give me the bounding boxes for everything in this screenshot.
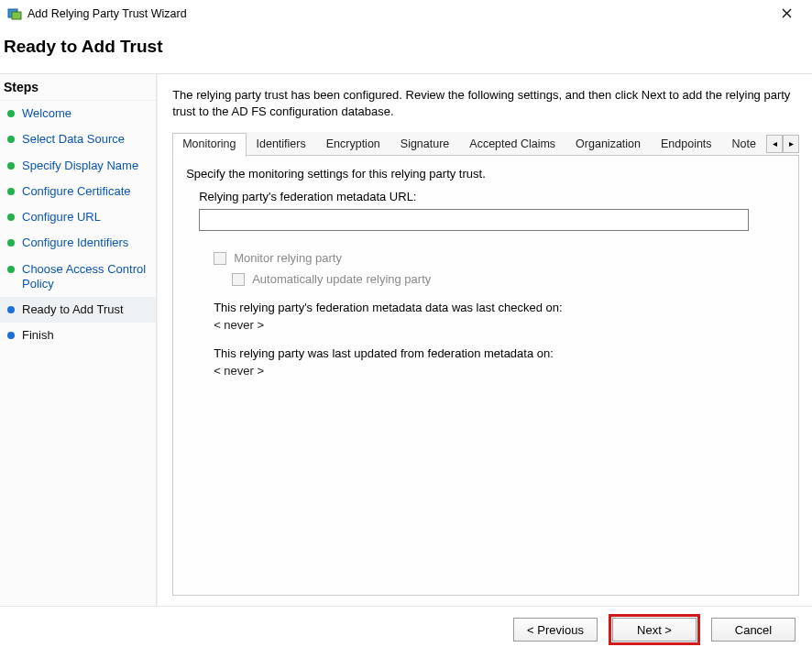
step-label: Configure URL	[22, 210, 101, 225]
metadata-url-input[interactable]	[199, 209, 749, 231]
auto-update-checkbox-row: Automatically update relying party	[232, 272, 785, 286]
steps-sidebar: Steps Welcome Select Data Source Specify…	[0, 74, 157, 606]
step-specify-display-name[interactable]: Specify Display Name	[0, 153, 156, 179]
monitor-checkbox-row: Monitor relying party	[214, 251, 785, 265]
tab-notes[interactable]: Note	[722, 133, 766, 157]
last-updated-label: This relying party was last updated from…	[214, 346, 785, 360]
step-choose-access-control-policy[interactable]: Choose Access Control Policy	[0, 257, 156, 298]
bullet-icon	[7, 266, 15, 273]
tab-scroll-right-button[interactable]: ▸	[783, 135, 799, 153]
tab-monitoring[interactable]: Monitoring	[172, 133, 246, 157]
tab-organization[interactable]: Organization	[565, 133, 651, 157]
wizard-buttons: < Previous Next > Cancel	[0, 606, 812, 653]
tab-endpoints[interactable]: Endpoints	[651, 133, 722, 157]
step-welcome[interactable]: Welcome	[0, 101, 156, 126]
step-label: Welcome	[22, 106, 71, 121]
main-panel: The relying party trust has been configu…	[157, 74, 812, 606]
step-label: Ready to Add Trust	[22, 302, 124, 317]
step-label: Finish	[22, 328, 54, 343]
titlebar: Add Relying Party Trust Wizard	[0, 0, 812, 27]
monitor-checkbox-label: Monitor relying party	[234, 251, 342, 265]
bullet-icon	[7, 214, 15, 221]
step-select-data-source[interactable]: Select Data Source	[0, 126, 156, 152]
step-configure-url[interactable]: Configure URL	[0, 204, 156, 230]
app-icon	[7, 6, 22, 21]
tab-accepted-claims[interactable]: Accepted Claims	[459, 133, 565, 157]
step-configure-certificate[interactable]: Configure Certificate	[0, 179, 156, 204]
tab-identifiers[interactable]: Identifiers	[247, 133, 316, 157]
tab-encryption[interactable]: Encryption	[316, 133, 390, 157]
last-checked-label: This relying party's federation metadata…	[214, 301, 785, 314]
window-title: Add Relying Party Trust Wizard	[27, 7, 768, 20]
last-checked-value: < never >	[214, 318, 785, 332]
monitoring-hint: Specify the monitoring settings for this…	[186, 167, 785, 181]
tab-scroll-left-button[interactable]: ◂	[766, 135, 783, 153]
bullet-icon	[7, 136, 15, 143]
bullet-icon	[7, 162, 15, 170]
bullet-icon	[7, 332, 15, 339]
tab-scroll-nav: ◂ ▸	[766, 132, 799, 155]
tab-signature[interactable]: Signature	[390, 133, 460, 157]
step-ready-to-add-trust[interactable]: Ready to Add Trust	[0, 297, 156, 323]
bullet-icon	[7, 110, 15, 117]
step-label: Configure Identifiers	[22, 236, 128, 250]
close-button[interactable]	[768, 1, 805, 27]
previous-button[interactable]: < Previous	[513, 618, 598, 642]
bullet-icon	[7, 239, 15, 247]
next-button[interactable]: Next >	[612, 618, 697, 642]
step-finish[interactable]: Finish	[0, 323, 156, 348]
auto-update-checkbox[interactable]	[232, 273, 245, 286]
bullet-icon	[7, 188, 15, 195]
monitor-checkbox[interactable]	[214, 252, 226, 265]
bullet-icon	[7, 306, 15, 313]
step-label: Choose Access Control Policy	[22, 262, 150, 292]
auto-update-checkbox-label: Automatically update relying party	[252, 272, 431, 286]
step-label: Specify Display Name	[22, 159, 138, 173]
steps-header: Steps	[0, 74, 156, 101]
svg-rect-1	[12, 12, 21, 19]
step-label: Configure Certificate	[22, 184, 131, 199]
tabstrip: Monitoring Identifiers Encryption Signat…	[172, 132, 799, 156]
step-configure-identifiers[interactable]: Configure Identifiers	[0, 230, 156, 256]
page-title: Ready to Add Trust	[0, 27, 812, 73]
wizard-body: Steps Welcome Select Data Source Specify…	[0, 73, 812, 606]
tab-content-monitoring: Specify the monitoring settings for this…	[172, 156, 799, 596]
intro-text: The relying party trust has been configu…	[172, 87, 799, 119]
cancel-button[interactable]: Cancel	[711, 618, 796, 642]
step-label: Select Data Source	[22, 132, 125, 147]
metadata-url-label: Relying party's federation metadata URL:	[199, 190, 785, 203]
last-updated-value: < never >	[214, 364, 785, 378]
